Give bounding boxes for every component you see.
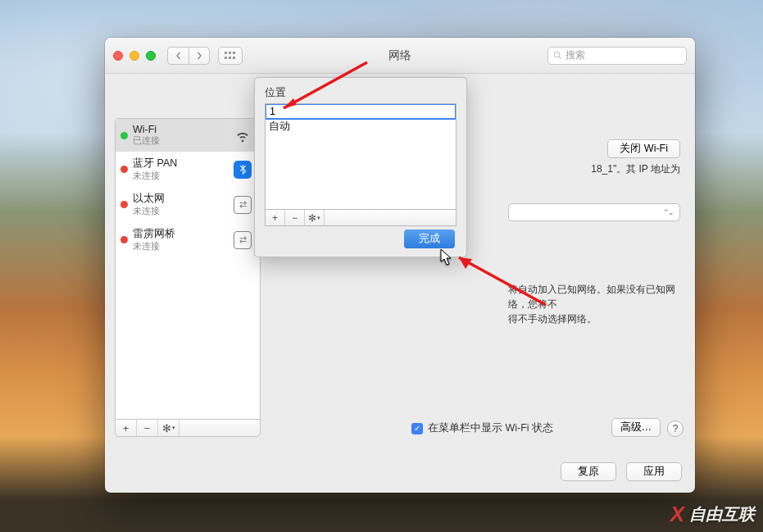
remove-location-button[interactable]: −	[285, 210, 305, 225]
svg-point-6	[554, 52, 559, 57]
help-button[interactable]: ?	[667, 421, 684, 437]
edit-locations-sheet: 位置 自动 + − ✻ ▾ 完成	[254, 77, 467, 257]
location-row[interactable]: 自动	[266, 119, 456, 134]
svg-rect-4	[229, 57, 231, 59]
chevron-down-icon: ▾	[172, 425, 175, 431]
ip-address-text: 18_1"。其 IP 地址为	[591, 162, 680, 176]
sidebar-item-thunderbolt-bridge[interactable]: 雷雳网桥 未连接 ⇄	[116, 222, 260, 257]
network-services-list[interactable]: Wi-Fi 已连接 蓝牙 PAN 未连接	[115, 118, 261, 419]
sidebar-item-bluetooth-pan[interactable]: 蓝牙 PAN 未连接	[116, 152, 260, 187]
service-status: 未连接	[133, 206, 232, 217]
forward-button[interactable]	[188, 47, 210, 65]
location-row-editing[interactable]	[266, 105, 455, 118]
gear-icon: ✻	[162, 422, 171, 434]
grid-icon	[225, 52, 236, 60]
service-name: 雷雳网桥	[133, 227, 232, 241]
back-button[interactable]	[167, 47, 188, 65]
svg-rect-1	[229, 52, 231, 54]
sidebar-toolbar: + − ✻ ▾	[115, 419, 261, 437]
show-wifi-in-menubar-checkbox[interactable]: ✓ 在菜单栏中显示 Wi-Fi 状态	[411, 421, 553, 435]
revert-button[interactable]: 复原	[561, 462, 616, 481]
advanced-button[interactable]: 高级…	[611, 418, 661, 437]
search-icon	[553, 51, 562, 60]
window-title: 网络	[388, 48, 411, 63]
sidebar-item-ethernet[interactable]: 以太网 未连接 ⇄	[116, 187, 260, 222]
help-icon: ?	[673, 423, 679, 434]
add-location-button[interactable]: +	[266, 210, 285, 225]
locations-label: 位置	[265, 86, 456, 100]
auto-join-description: 将自动加入已知网络。如果没有已知网络，您将不 得不手动选择网络。	[508, 282, 680, 326]
sidebar-item-wifi[interactable]: Wi-Fi 已连接	[116, 119, 260, 152]
nav-buttons	[167, 47, 210, 65]
locations-list[interactable]: 自动	[265, 103, 456, 210]
chevron-right-icon	[195, 52, 203, 60]
apply-button[interactable]: 应用	[626, 462, 682, 481]
search-placeholder: 搜索	[565, 48, 585, 62]
checkbox-checked-icon: ✓	[411, 423, 423, 434]
locations-toolbar: + − ✻ ▾	[265, 210, 456, 226]
status-dot-icon	[120, 236, 128, 243]
status-dot-icon	[120, 201, 128, 208]
status-dot-icon	[120, 166, 128, 173]
titlebar: 网络 搜索	[105, 38, 695, 74]
gear-icon: ✻	[308, 212, 316, 224]
wifi-icon	[232, 125, 253, 146]
checkbox-label: 在菜单栏中显示 Wi-Fi 状态	[428, 421, 553, 435]
watermark: X 自由互联	[670, 502, 755, 527]
svg-rect-5	[233, 57, 235, 59]
watermark-text: 自由互联	[689, 503, 755, 525]
done-button[interactable]: 完成	[404, 230, 455, 248]
watermark-logo-icon: X	[670, 502, 684, 527]
mouse-cursor-icon	[440, 248, 453, 266]
svg-rect-3	[225, 57, 227, 59]
sidebar-item-text: 雷雳网桥 未连接	[133, 227, 232, 252]
location-actions-button[interactable]: ✻ ▾	[305, 210, 325, 225]
chevron-left-icon	[175, 52, 183, 60]
network-sidebar: Wi-Fi 已连接 蓝牙 PAN 未连接	[115, 118, 261, 437]
footer-buttons: 复原 应用	[561, 462, 682, 481]
status-dot-icon	[120, 132, 128, 139]
chevron-down-icon: ▾	[317, 215, 320, 221]
search-field[interactable]: 搜索	[547, 47, 687, 65]
close-window-button[interactable]	[113, 51, 123, 61]
sidebar-item-text: Wi-Fi 已连接	[133, 124, 232, 147]
turn-off-wifi-button[interactable]: 关闭 Wi-Fi	[607, 139, 680, 158]
service-status: 已连接	[133, 135, 232, 147]
thunderbolt-bridge-icon: ⇄	[232, 230, 253, 251]
service-status: 未连接	[133, 241, 232, 252]
location-name-input[interactable]	[270, 106, 452, 117]
service-name: Wi-Fi	[133, 124, 232, 135]
add-service-button[interactable]: +	[116, 420, 137, 436]
service-name: 以太网	[133, 192, 232, 206]
traffic-lights	[113, 51, 156, 61]
service-status: 未连接	[133, 171, 232, 182]
service-actions-button[interactable]: ✻ ▾	[158, 420, 179, 436]
sidebar-item-text: 以太网 未连接	[133, 192, 232, 217]
minimize-window-button[interactable]	[129, 51, 139, 61]
show-all-prefs-button[interactable]	[218, 47, 243, 65]
zoom-window-button[interactable]	[146, 51, 156, 61]
svg-rect-2	[233, 52, 235, 54]
sidebar-item-text: 蓝牙 PAN 未连接	[133, 157, 232, 182]
network-name-select[interactable]	[508, 203, 680, 221]
bluetooth-icon	[232, 159, 253, 180]
svg-line-7	[559, 57, 561, 59]
ethernet-icon: ⇄	[232, 194, 253, 216]
service-name: 蓝牙 PAN	[133, 157, 232, 171]
remove-service-button[interactable]: −	[137, 420, 158, 436]
svg-rect-0	[225, 52, 227, 54]
